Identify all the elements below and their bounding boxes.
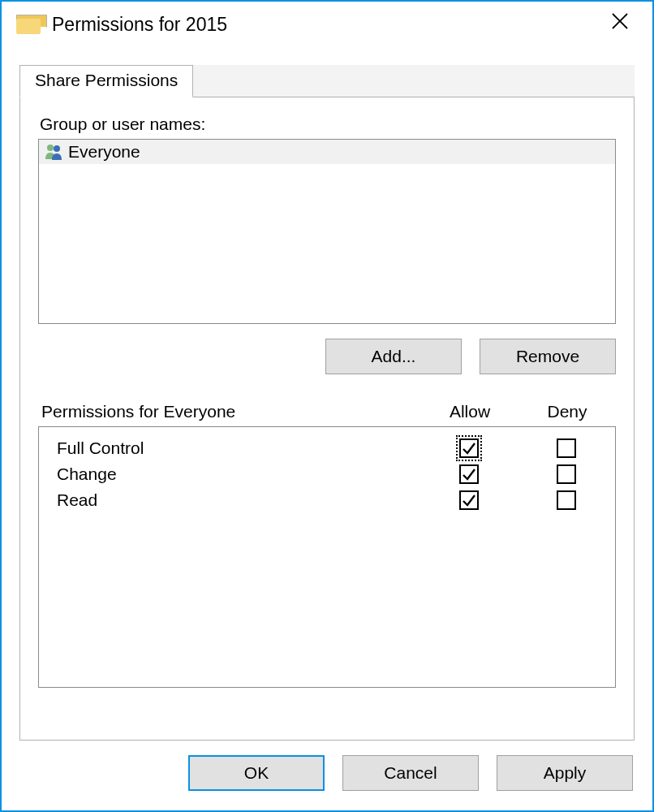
client-area: Share Permissions Group or user names: [2,47,652,741]
group-listbox[interactable]: Everyone [38,139,616,324]
svg-point-2 [47,145,54,151]
tab-label: Share Permissions [35,71,178,89]
permissions-table: Full ControlChangeRead [38,426,616,688]
ok-button[interactable]: OK [188,755,325,791]
tab-strip: Share Permissions [19,65,635,97]
cancel-button[interactable]: Cancel [342,755,479,791]
permission-deny-cell [518,490,615,510]
tab-strip-fill [193,65,635,97]
apply-button[interactable]: Apply [497,755,633,791]
close-button[interactable] [596,5,644,37]
permission-name: Read [39,490,420,510]
group-section-label: Group or user names: [38,114,616,134]
titlebar: Permissions for 2015 [2,2,652,47]
deny-checkbox[interactable] [557,438,576,458]
permission-deny-cell [518,464,615,484]
deny-checkbox[interactable] [557,490,576,510]
permission-row: Change [39,461,615,487]
permissions-header-row: Permissions for Everyone Allow Deny [38,402,616,421]
permission-name: Full Control [39,438,420,458]
list-item[interactable]: Everyone [39,140,615,164]
permissions-header-deny: Deny [518,402,616,421]
users-icon [44,143,63,161]
tab-panel: Group or user names: Everyone Add [19,97,635,741]
permission-allow-cell [420,438,518,458]
window-title: Permissions for 2015 [52,14,227,36]
allow-checkbox[interactable] [459,490,479,510]
tab-share-permissions[interactable]: Share Permissions [19,65,193,97]
allow-checkbox[interactable] [459,438,479,458]
allow-checkbox[interactable] [459,464,479,484]
deny-checkbox[interactable] [557,464,576,484]
remove-button[interactable]: Remove [480,339,616,374]
list-item-label: Everyone [68,142,140,162]
svg-point-3 [54,145,60,152]
group-buttons-row: Add... Remove [38,339,616,374]
permissions-header-name: Permissions for Everyone [38,402,421,421]
permission-row: Read [39,487,615,513]
permissions-dialog: Permissions for 2015 Share Permissions G… [0,0,654,812]
permission-allow-cell [420,464,518,484]
permission-deny-cell [518,438,615,458]
permissions-header-allow: Allow [421,402,518,421]
add-button[interactable]: Add... [325,339,462,374]
permission-name: Change [39,464,420,484]
permission-allow-cell [420,490,518,510]
close-icon [611,12,629,30]
dialog-footer: OK Cancel Apply [2,741,652,810]
folder-icon [16,15,41,34]
permission-row: Full Control [39,435,615,461]
